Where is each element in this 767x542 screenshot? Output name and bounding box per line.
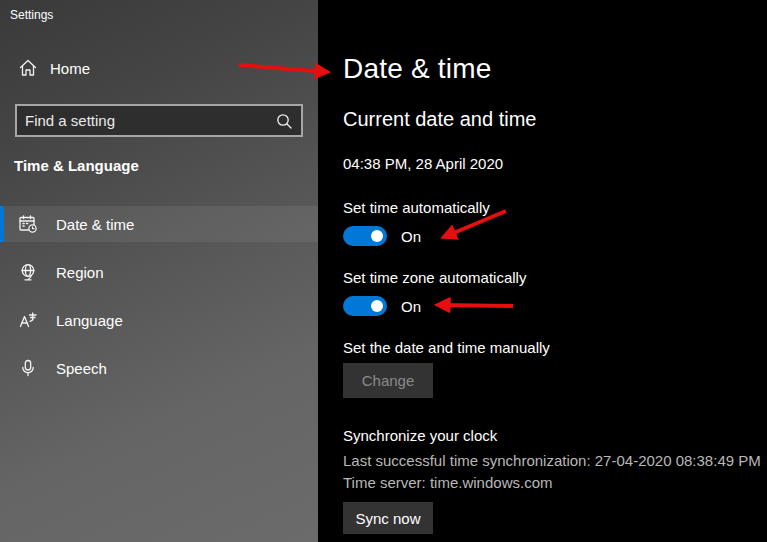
sidebar-item-language[interactable]: Language xyxy=(0,302,318,338)
set-zone-auto-toggle[interactable] xyxy=(343,296,387,316)
set-zone-auto-label: Set time zone automatically xyxy=(343,269,526,286)
sidebar-section-header: Time & Language xyxy=(14,157,139,174)
search-input[interactable] xyxy=(17,106,275,135)
sidebar-item-label: Speech xyxy=(56,360,107,377)
set-time-auto-row: On xyxy=(343,226,421,246)
current-datetime-heading: Current date and time xyxy=(343,108,536,131)
current-datetime-value: 04:38 PM, 28 April 2020 xyxy=(343,155,503,172)
sync-heading: Synchronize your clock xyxy=(343,427,497,444)
change-button[interactable]: Change xyxy=(343,363,433,398)
sidebar-nav: Date & time Region xyxy=(0,206,318,398)
time-server-text: Time server: time.windows.com xyxy=(343,474,553,491)
page-title: Date & time xyxy=(343,53,491,85)
content-panel: Date & time Current date and time 04:38 … xyxy=(318,0,767,542)
set-zone-auto-row: On xyxy=(343,296,421,316)
sidebar-item-date-time[interactable]: Date & time xyxy=(0,206,318,242)
sidebar-item-label: Language xyxy=(56,312,123,329)
settings-window: Settings Home Time & Language xyxy=(0,0,767,542)
selected-accent-bar xyxy=(0,206,4,242)
sidebar-item-label: Region xyxy=(56,264,104,281)
toggle-knob xyxy=(371,230,383,242)
sidebar-item-label: Date & time xyxy=(56,216,134,233)
search-box xyxy=(15,104,303,137)
set-time-auto-state: On xyxy=(401,228,421,245)
set-time-auto-toggle[interactable] xyxy=(343,226,387,246)
window-title: Settings xyxy=(10,8,53,22)
microphone-icon xyxy=(18,358,38,378)
sync-now-button[interactable]: Sync now xyxy=(343,502,433,534)
manual-datetime-label: Set the date and time manually xyxy=(343,339,550,356)
last-sync-text: Last successful time synchronization: 27… xyxy=(343,452,761,469)
globe-icon xyxy=(18,262,38,282)
home-icon xyxy=(18,58,38,78)
sidebar-item-region[interactable]: Region xyxy=(0,254,318,290)
sidebar-item-speech[interactable]: Speech xyxy=(0,350,318,386)
set-time-auto-label: Set time automatically xyxy=(343,199,490,216)
toggle-knob xyxy=(371,300,383,312)
language-icon xyxy=(18,310,38,330)
calendar-clock-icon xyxy=(18,214,38,234)
search-icon[interactable] xyxy=(275,112,293,130)
set-zone-auto-state: On xyxy=(401,298,421,315)
sidebar-home-label: Home xyxy=(50,60,90,77)
sidebar-item-home[interactable]: Home xyxy=(18,58,90,78)
sidebar: Settings Home Time & Language xyxy=(0,0,318,542)
